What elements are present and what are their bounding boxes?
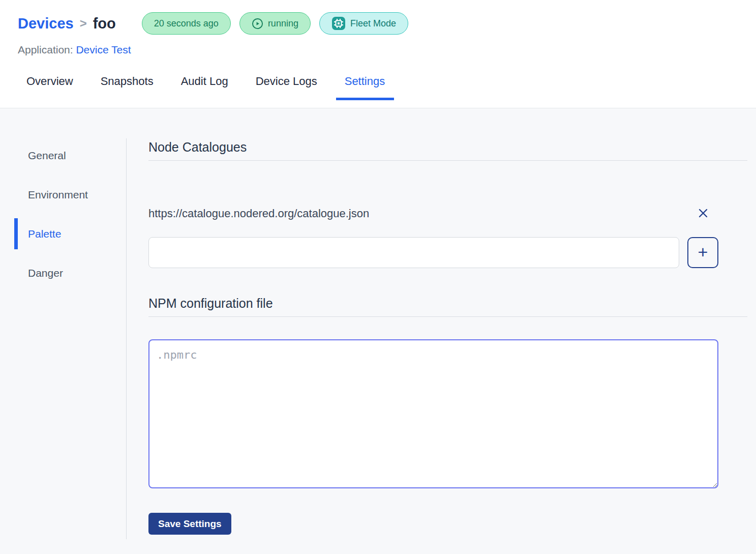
new-catalogue-input[interactable] xyxy=(148,237,679,268)
tab-snapshots[interactable]: Snapshots xyxy=(101,75,154,100)
palette-settings-panel: Node Catalogues https://catalogue.nodere… xyxy=(127,108,756,554)
close-icon xyxy=(697,207,709,221)
last-seen-label: 20 seconds ago xyxy=(154,18,219,29)
last-seen-badge: 20 seconds ago xyxy=(142,12,231,35)
tab-audit-log[interactable]: Audit Log xyxy=(181,75,228,100)
application-label: Application: xyxy=(18,44,73,55)
running-status-badge: running xyxy=(239,12,311,35)
tab-overview[interactable]: Overview xyxy=(26,75,73,100)
page-header: Devices > foo 20 seconds ago running xyxy=(0,0,756,108)
npm-config-textarea[interactable] xyxy=(148,339,718,488)
sidebar-item-general[interactable]: General xyxy=(0,140,126,171)
sidebar-item-environment[interactable]: Environment xyxy=(0,179,126,210)
section-divider xyxy=(148,160,747,161)
breadcrumb-separator-icon: > xyxy=(80,16,87,31)
sidebar-item-palette[interactable]: Palette xyxy=(0,218,126,249)
application-link[interactable]: Device Test xyxy=(76,44,131,55)
tab-bar: Overview Snapshots Audit Log Device Logs… xyxy=(18,75,738,100)
add-catalogue-button[interactable]: + xyxy=(687,237,718,268)
new-catalogue-row: + xyxy=(148,237,718,268)
section-divider xyxy=(148,316,747,317)
chip-icon xyxy=(331,16,346,31)
play-circle-icon xyxy=(252,18,263,30)
breadcrumb: Devices > foo 20 seconds ago running xyxy=(18,12,738,35)
settings-content: General Environment Palette Danger Node … xyxy=(0,108,756,554)
npm-config-title: NPM configuration file xyxy=(148,296,747,311)
status-badges: 20 seconds ago running xyxy=(142,12,408,35)
remove-catalogue-button[interactable] xyxy=(687,203,718,224)
plus-icon: + xyxy=(698,243,708,260)
tab-settings[interactable]: Settings xyxy=(345,75,385,100)
npm-config-section: NPM configuration file xyxy=(148,296,747,488)
running-status-label: running xyxy=(268,18,298,29)
settings-sidebar: General Environment Palette Danger xyxy=(0,138,127,539)
application-row: Application: Device Test xyxy=(18,44,738,56)
tab-device-logs[interactable]: Device Logs xyxy=(256,75,317,100)
catalogue-url: https://catalogue.nodered.org/catalogue.… xyxy=(148,207,369,220)
breadcrumb-devices-link[interactable]: Devices xyxy=(18,15,74,32)
fleet-mode-badge: Fleet Mode xyxy=(319,12,408,35)
sidebar-item-danger[interactable]: Danger xyxy=(0,257,126,288)
catalogue-entry-row: https://catalogue.nodered.org/catalogue.… xyxy=(148,203,718,224)
node-catalogues-title: Node Catalogues xyxy=(148,140,747,155)
breadcrumb-device-name: foo xyxy=(93,15,116,32)
fleet-mode-label: Fleet Mode xyxy=(350,18,396,29)
save-settings-button[interactable]: Save Settings xyxy=(148,513,231,535)
